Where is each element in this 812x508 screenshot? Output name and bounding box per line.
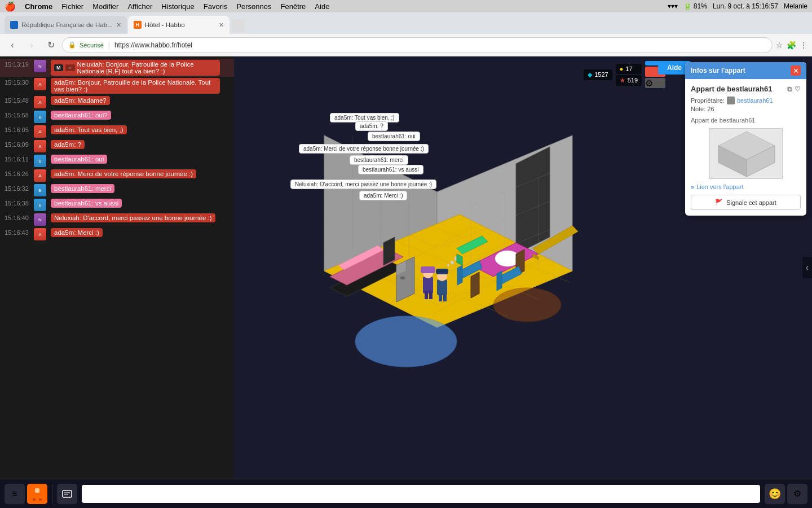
svg-rect-35	[421, 266, 435, 273]
forward-button[interactable]: ›	[24, 37, 39, 53]
message-bubble: bestlaurah61: oui	[51, 155, 107, 164]
favoris-menu[interactable]: Favoris	[204, 2, 228, 11]
aide-menu[interactable]: Aide	[315, 2, 329, 11]
chat-message-11: 15:16:43 A ada5m: Merci :)	[0, 227, 234, 242]
room-link[interactable]: » Lien vers l'appart	[691, 183, 801, 190]
habbo-menu-icon[interactable]: ≡	[5, 484, 25, 504]
message-bubble: ada5m: Bonjour, Patrouille de la Police …	[51, 78, 220, 94]
timestamp: 15:16:11	[5, 156, 32, 163]
room-name: Appart de bestlaurah61 ⧉ ♡	[691, 85, 801, 93]
report-label: Signale cet appart	[726, 199, 776, 206]
tab-republique[interactable]: République Française de Hab... ✕	[5, 16, 127, 34]
addressbar-actions: ☆ 🧩 ⋮	[776, 41, 807, 50]
settings-icon[interactable]: ⚙	[787, 484, 807, 504]
info-panel-close-button[interactable]: ✕	[791, 65, 801, 76]
owner-row: Propriétaire: bestlaurah61	[691, 97, 801, 104]
tab-favicon-hotel: H	[134, 21, 142, 29]
habbo-avatar-icon[interactable]	[27, 484, 47, 504]
chat-message-1: 15:15:30 A ada5m: Bonjour, Patrouille de…	[0, 77, 234, 95]
timestamp: 15:16:43	[5, 229, 32, 236]
owner-name[interactable]: bestlaurah61	[737, 97, 773, 104]
avatar-bestlaurah: B	[34, 111, 46, 123]
url-text: https://www.habbo.fr/hotel	[114, 41, 192, 49]
copy-icon[interactable]: ⧉	[787, 85, 792, 93]
flag-icon: 🚩	[715, 199, 723, 206]
message-bubble: M ↔ Neluxiah: Bonjour, Patrouille de la …	[51, 60, 220, 76]
svg-marker-9	[516, 147, 550, 254]
svg-rect-64	[33, 498, 36, 501]
message-bubble: ada5m: Merci de votre réponse bonne jour…	[51, 169, 196, 178]
chrome-window: République Française de Hab... ✕ H Hôtel…	[0, 12, 812, 508]
svg-rect-38	[437, 279, 447, 295]
extensions-icon[interactable]: 🧩	[787, 41, 796, 50]
tab-close-republique[interactable]: ✕	[116, 21, 121, 29]
message-bubble: bestlaurah61: oui?	[51, 111, 111, 120]
secure-label: Sécurisé	[80, 42, 104, 49]
avatar-neluxiah: N	[34, 213, 46, 226]
avatar-ada5m: A	[34, 169, 46, 182]
tab-hotel[interactable]: H Hôtel - Habbo ✕	[128, 16, 230, 34]
game-bubble-7: Neluxiah: D'accord, merci passez une bon…	[290, 179, 436, 189]
isometric-room	[257, 90, 623, 384]
chat-input[interactable]	[86, 490, 756, 498]
game-bubble-3: bestlaurah61: oui	[368, 132, 420, 141]
avatar-neluxiah: N	[34, 60, 46, 72]
scroll-left-arrow[interactable]: ‹	[802, 257, 812, 278]
fenetre-menu[interactable]: Fenêtre	[281, 2, 306, 11]
reload-button[interactable]: ↻	[43, 37, 59, 53]
timestamp: 15:13:19	[5, 61, 32, 68]
coin-icon: ●	[620, 65, 624, 72]
apple-menu[interactable]: 🍎	[5, 1, 16, 12]
chat-mode-icon[interactable]	[57, 484, 77, 504]
avatar-ada5m: A	[34, 125, 46, 138]
chat-message-9: 15:16:38 B bestlaurah61: vs aussi	[0, 198, 234, 212]
message-bubble: Neluxiah: D'accord, merci passez une bon…	[51, 213, 215, 222]
emoji-icon[interactable]: 😊	[765, 484, 785, 504]
coins-bottom-display: ★ 519	[616, 75, 642, 86]
chrome-menu[interactable]: Chrome	[25, 2, 52, 11]
diamond-icon: ◆	[588, 71, 592, 78]
game-bubble-5: bestlaurah61: merci	[350, 155, 408, 165]
menu-icon[interactable]: ⋮	[800, 41, 807, 50]
svg-rect-63	[34, 493, 41, 498]
lock-icon: 🔒	[68, 41, 76, 49]
heart-icon[interactable]: ♡	[795, 85, 801, 93]
timestamp: 15:15:58	[5, 112, 32, 119]
coins-top-display: ● 17	[616, 64, 642, 74]
menubar: 🍎 Chrome Fichier Modifier Afficher Histo…	[0, 0, 812, 12]
svg-rect-31	[400, 277, 405, 279]
coins-bottom-count: 519	[628, 77, 638, 84]
addressbar-row: ‹ › ↻ 🔒 Sécurisé | https://www.habbo.fr/…	[0, 34, 812, 56]
tab-close-hotel[interactable]: ✕	[219, 21, 224, 29]
gear-button[interactable]: ⚙	[645, 78, 665, 88]
personnes-menu[interactable]: Personnes	[236, 2, 271, 11]
svg-rect-37	[429, 291, 433, 299]
svg-rect-36	[425, 291, 428, 299]
timestamp: 15:16:26	[5, 170, 32, 177]
svg-point-43	[447, 264, 449, 266]
bookmark-icon[interactable]: ☆	[776, 41, 783, 50]
historique-menu[interactable]: Historique	[161, 2, 195, 11]
user-display: Melanie	[784, 2, 807, 10]
hud: ◆ 1527 ● 17 ★ 519 ⚙	[584, 61, 665, 88]
svg-point-32	[355, 316, 457, 367]
avatar-ada5m: A	[34, 228, 46, 240]
game-bubble-4: ada5m: Merci de votre réponse bonne jour…	[299, 144, 429, 154]
avatar-bestlaurah: B	[34, 199, 46, 211]
chat-panel: 15:13:19 N M ↔ Neluxiah: Bonjour, Patrou…	[0, 56, 234, 479]
info-panel-header: Infos sur l'appart ✕	[685, 62, 806, 79]
chat-message-7: 15:16:26 A ada5m: Merci de votre réponse…	[0, 168, 234, 183]
back-button[interactable]: ‹	[5, 37, 20, 53]
tab-label-hotel: Hôtel - Habbo	[145, 21, 215, 28]
chat-message-10: 15:16:40 N Neluxiah: D'accord, merci pas…	[0, 212, 234, 227]
new-tab-button[interactable]	[232, 20, 245, 32]
avatar-ada5m: A	[34, 96, 46, 108]
afficher-menu[interactable]: Afficher	[127, 2, 152, 11]
info-panel: Infos sur l'appart ✕ Appart de bestlaura…	[685, 62, 806, 216]
svg-rect-66	[63, 491, 72, 497]
fichier-menu[interactable]: Fichier	[61, 2, 83, 11]
modifier-menu[interactable]: Modifier	[92, 2, 118, 11]
report-button[interactable]: 🚩 Signale cet appart	[691, 195, 801, 210]
chat-message-2: 15:15:48 A ada5m: Madame?	[0, 95, 234, 110]
address-bar[interactable]: 🔒 Sécurisé | https://www.habbo.fr/hotel	[62, 37, 773, 53]
